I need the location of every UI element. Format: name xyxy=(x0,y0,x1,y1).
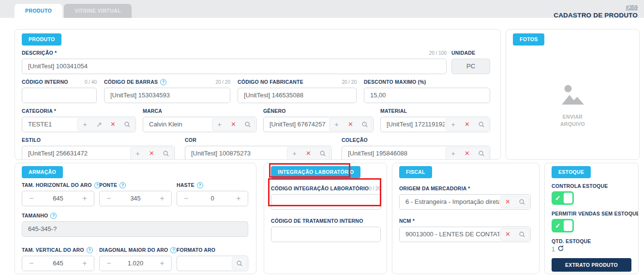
marca-combo[interactable]: Calvin Klein + ✕ xyxy=(143,117,256,132)
material-value[interactable]: [UnitTest] 1721191922 xyxy=(381,121,445,128)
categoria-combo[interactable]: TESTE1 + ↗ ✕ xyxy=(22,117,136,132)
ncm-value[interactable]: 90013000 - LENTES DE CONTATO xyxy=(400,231,499,238)
open-link-icon[interactable]: ↗ xyxy=(92,119,106,130)
codigo-interno-char-counter: 0 / 40 xyxy=(85,79,97,85)
help-icon[interactable]: ? xyxy=(50,213,57,219)
record-number-link[interactable]: #359 xyxy=(626,4,638,10)
clear-icon[interactable]: ✕ xyxy=(501,229,515,240)
codigo-integracao-input[interactable] xyxy=(271,194,381,210)
colecao-value[interactable]: [UnitTest] 195846088 xyxy=(342,150,445,157)
tam-horizontal-value[interactable]: 645 xyxy=(41,191,75,206)
search-icon[interactable] xyxy=(515,229,529,240)
search-icon[interactable] xyxy=(315,148,329,159)
search-icon[interactable] xyxy=(159,148,173,159)
help-icon[interactable]: ? xyxy=(197,182,203,188)
refresh-icon[interactable] xyxy=(557,245,564,254)
search-icon[interactable] xyxy=(515,196,529,208)
tam-vertical-stepper[interactable]: − 645 + xyxy=(22,256,94,271)
cor-combo[interactable]: [UnitTest] 100875273 + ✕ xyxy=(185,146,331,160)
check-icon: ✓ xyxy=(555,222,561,230)
codigo-interno-input[interactable] xyxy=(22,88,97,103)
material-combo[interactable]: [UnitTest] 1721191922 + ✕ xyxy=(380,117,490,132)
search-icon[interactable] xyxy=(474,119,488,130)
search-icon[interactable] xyxy=(232,258,246,269)
cor-value[interactable]: [UnitTest] 100875273 xyxy=(185,150,286,157)
minus-icon[interactable]: − xyxy=(177,191,195,206)
field-colecao: COLEÇÃO [UnitTest] 195846088 + ✕ xyxy=(342,137,490,160)
minus-icon[interactable]: − xyxy=(100,191,118,206)
ponte-stepper[interactable]: − 345 + xyxy=(99,191,172,206)
clear-icon[interactable]: ✕ xyxy=(344,119,358,130)
plus-icon[interactable]: + xyxy=(75,191,94,206)
clear-icon[interactable]: ✕ xyxy=(226,119,240,130)
formato-aro-label: FORMATO ARO xyxy=(177,247,215,253)
plus-icon[interactable]: + xyxy=(153,256,171,271)
diagonal-stepper[interactable]: − 1.020 + xyxy=(99,256,172,271)
cor-label: COR xyxy=(185,137,196,143)
upload-label: ENVIAR ARQUIVO xyxy=(560,113,585,129)
help-icon[interactable]: ? xyxy=(160,79,166,85)
tab-vitrine-virtual[interactable]: VITRINE VIRTUAL xyxy=(64,4,132,18)
search-icon[interactable] xyxy=(120,119,134,130)
tamanho-input xyxy=(22,221,248,237)
diagonal-value[interactable]: 1.020 xyxy=(118,256,153,271)
formato-aro-combo[interactable] xyxy=(177,256,248,271)
clear-icon[interactable]: ✕ xyxy=(106,119,120,130)
help-icon[interactable]: ? xyxy=(87,247,93,253)
marca-value[interactable]: Calvin Klein xyxy=(143,121,211,128)
help-icon[interactable]: ? xyxy=(170,247,177,253)
add-icon[interactable]: + xyxy=(212,119,226,130)
tam-horizontal-stepper[interactable]: − 645 + xyxy=(22,191,94,206)
toggle-knob xyxy=(564,193,572,203)
estilo-combo[interactable]: [UnitTest] 256631472 + ✕ xyxy=(22,146,175,160)
categoria-value[interactable]: TESTE1 xyxy=(22,121,76,128)
ncm-combo[interactable]: 90013000 - LENTES DE CONTATO ✕ xyxy=(399,227,531,242)
plus-icon[interactable]: + xyxy=(75,256,94,271)
search-icon[interactable] xyxy=(358,119,372,130)
origem-mercadoria-value[interactable]: 6 - Estrangeira - Importação direta, s..… xyxy=(400,198,499,205)
controla-estoque-toggle[interactable]: ✓ xyxy=(552,191,574,205)
plus-icon[interactable]: + xyxy=(153,191,171,206)
field-ncm: NCM * 90013000 - LENTES DE CONTATO ✕ xyxy=(399,217,531,242)
minus-icon[interactable]: − xyxy=(22,256,41,271)
plus-icon[interactable]: + xyxy=(229,191,248,206)
controla-estoque-label: CONTROLA ESTOQUE xyxy=(552,183,631,189)
clear-icon[interactable]: ✕ xyxy=(460,119,474,130)
clear-icon[interactable]: ✕ xyxy=(460,148,474,159)
descricao-input[interactable] xyxy=(22,59,447,74)
tam-vertical-value[interactable]: 645 xyxy=(41,256,75,271)
extrato-produto-button[interactable]: EXTRATO PRODUTO xyxy=(552,258,631,272)
add-icon[interactable]: + xyxy=(446,148,460,159)
estilo-value[interactable]: [UnitTest] 256631472 xyxy=(22,150,129,157)
permitir-vendas-toggle[interactable]: ✓ xyxy=(552,219,574,232)
upload-dropzone[interactable]: ENVIAR ARQUIVO xyxy=(513,83,632,129)
origem-mercadoria-combo[interactable]: 6 - Estrangeira - Importação direta, s..… xyxy=(399,194,531,210)
colecao-combo[interactable]: [UnitTest] 195846088 + ✕ xyxy=(342,146,490,160)
minus-icon[interactable]: − xyxy=(100,256,118,271)
haste-value[interactable]: 0 xyxy=(195,191,229,206)
codigo-tratamento-input[interactable] xyxy=(271,227,381,242)
add-icon[interactable]: + xyxy=(329,119,344,130)
codigo-fabricante-input[interactable] xyxy=(238,88,357,103)
add-icon[interactable]: + xyxy=(78,119,92,130)
search-icon[interactable] xyxy=(240,119,255,130)
clear-icon[interactable]: ✕ xyxy=(301,148,315,159)
tab-produto[interactable]: PRODUTO xyxy=(15,4,62,18)
search-icon[interactable] xyxy=(474,148,488,159)
genero-combo[interactable]: [UnitTest] 67674257 + ✕ xyxy=(263,117,374,132)
desconto-maximo-input[interactable] xyxy=(364,88,490,103)
add-icon[interactable]: + xyxy=(131,148,145,159)
codigo-barras-input[interactable] xyxy=(104,88,230,103)
clear-icon[interactable]: ✕ xyxy=(145,148,159,159)
tab-strip: PRODUTO VITRINE VIRTUAL xyxy=(15,4,132,18)
add-icon[interactable]: + xyxy=(287,148,301,159)
haste-stepper[interactable]: − 0 + xyxy=(177,191,248,206)
genero-value[interactable]: [UnitTest] 67674257 xyxy=(264,121,328,128)
codigo-fabricante-label: CÓDIGO NO FABRICANTE xyxy=(238,79,303,85)
clear-icon[interactable]: ✕ xyxy=(501,196,515,208)
minus-icon[interactable]: − xyxy=(22,191,41,206)
ponte-value[interactable]: 345 xyxy=(118,191,153,206)
help-icon[interactable]: ? xyxy=(120,182,126,188)
field-desconto-maximo: DESCONTO MAXIMO (%) xyxy=(364,78,490,103)
add-icon[interactable]: + xyxy=(446,119,460,130)
